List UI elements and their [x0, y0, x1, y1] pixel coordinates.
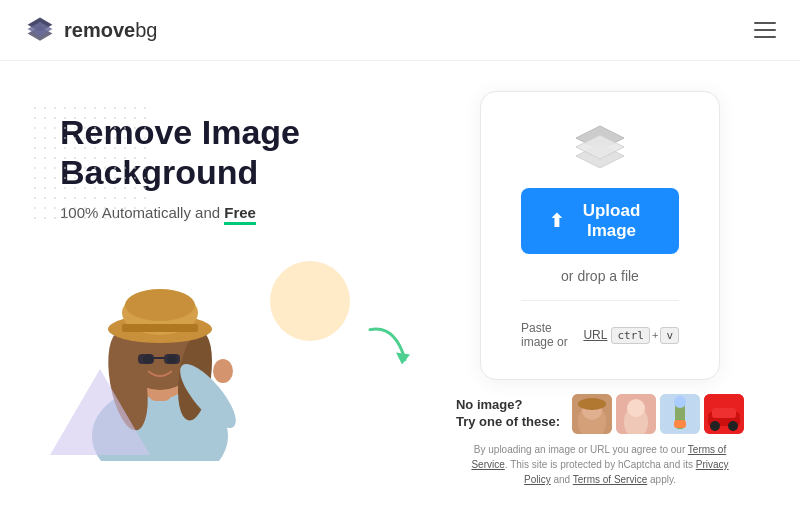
- hero-image-area: [60, 241, 380, 465]
- svg-point-39: [728, 421, 738, 431]
- url-link[interactable]: URL: [583, 328, 607, 342]
- main-content: Remove Image Background 100% Automatical…: [0, 61, 800, 507]
- keyboard-hint: ctrl + v: [611, 327, 679, 344]
- plus-symbol: +: [652, 329, 658, 341]
- terms-link-2[interactable]: Terms of Service: [573, 474, 647, 485]
- try-label: No image? Try one of these:: [456, 397, 560, 431]
- hamburger-menu[interactable]: [754, 22, 776, 38]
- or-drop-label: or drop a file: [561, 268, 639, 284]
- svg-rect-12: [164, 354, 180, 364]
- svg-point-33: [674, 396, 686, 408]
- try-these-section: No image? Try one of these:: [456, 394, 744, 434]
- header: removebg: [0, 0, 800, 61]
- sample-image-1[interactable]: [572, 394, 612, 434]
- sample-image-2[interactable]: [616, 394, 656, 434]
- paste-row: Paste image or URL ctrl + v: [521, 321, 679, 349]
- triangle-decoration: [50, 369, 150, 455]
- sample-image-3[interactable]: [660, 394, 700, 434]
- upload-dropzone[interactable]: ⬆ Upload Image or drop a file Paste imag…: [480, 91, 720, 380]
- upload-area: ⬆ Upload Image or drop a file Paste imag…: [440, 91, 760, 487]
- upload-image-button[interactable]: ⬆ Upload Image: [521, 188, 679, 254]
- svg-rect-11: [138, 354, 154, 364]
- arrow-decoration: [360, 314, 420, 378]
- logo[interactable]: removebg: [24, 14, 157, 46]
- svg-marker-20: [396, 352, 410, 364]
- footer-note: By uploading an image or URL you agree t…: [470, 442, 730, 487]
- divider: [521, 300, 679, 301]
- svg-rect-17: [122, 324, 198, 332]
- svg-rect-34: [674, 420, 686, 428]
- circle-decoration: [270, 261, 350, 341]
- hero-left: Remove Image Background 100% Automatical…: [60, 113, 380, 464]
- ctrl-key: ctrl: [611, 327, 650, 344]
- v-key: v: [660, 327, 679, 344]
- sample-image-4[interactable]: [704, 394, 744, 434]
- svg-rect-37: [712, 408, 736, 418]
- svg-point-27: [578, 398, 606, 410]
- paste-label: Paste image or: [521, 321, 579, 349]
- dots-decoration: [30, 103, 150, 223]
- svg-point-19: [213, 359, 233, 383]
- svg-point-30: [627, 399, 645, 417]
- svg-point-38: [710, 421, 720, 431]
- logo-text: removebg: [64, 19, 157, 42]
- sample-images: [572, 394, 744, 434]
- upload-button-label: Upload Image: [572, 201, 651, 241]
- logo-icon: [24, 14, 56, 46]
- layers-icon: [568, 122, 632, 170]
- upload-arrow-icon: ⬆: [549, 210, 564, 232]
- svg-point-16: [125, 289, 195, 321]
